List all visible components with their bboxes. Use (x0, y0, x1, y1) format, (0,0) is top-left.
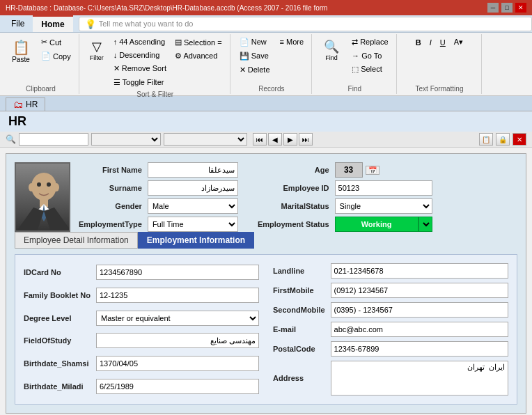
idcard-input[interactable] (96, 265, 259, 280)
marital-status-select[interactable]: Single Married (335, 198, 432, 214)
email-label: E-mail (273, 325, 325, 334)
ribbon: File Home 💡 Tell me what you want to do … (0, 15, 532, 96)
first-name-input[interactable] (148, 162, 238, 178)
records-items: 📄 New 💾 Save ✕ Delete ≡ More (236, 36, 307, 84)
filter-select[interactable] (164, 133, 247, 146)
form-container: First Name Surname Gender Male Female Em… (6, 153, 526, 414)
left-fields: First Name Surname Gender Male Female Em… (79, 162, 238, 232)
selection-button[interactable]: ▤ Selection = (171, 36, 226, 49)
records-label: Records (258, 84, 284, 93)
page-tab[interactable]: 🗂 HR (6, 97, 45, 111)
text-formatting-label: Text Formatting (416, 84, 464, 93)
photo-box (15, 162, 70, 232)
selection-col: ▤ Selection = ⚙ Advanced (171, 36, 226, 63)
tab-employment-info[interactable]: Employment Information (138, 232, 254, 249)
family-booklet-input[interactable] (96, 288, 259, 303)
first-mobile-input[interactable] (331, 283, 508, 298)
tell-me-text: Tell me what you want to do (99, 19, 194, 28)
more-button[interactable]: ≡ More (276, 36, 308, 48)
find-items: 🔍 Find ⇄ Replace → Go To ⬚ Select (318, 36, 391, 84)
font-size-button[interactable]: A▾ (451, 36, 467, 49)
degree-level-select[interactable]: Master or equivalent Bachelor PhD (96, 311, 259, 326)
age-box: 33 (335, 162, 363, 178)
emp-left-col: IDCard No Family Booklet No Degree Level… (24, 263, 259, 396)
tab-file[interactable]: File (3, 16, 33, 31)
close-button[interactable]: ✕ (515, 3, 526, 13)
page-header: 🗂 HR (0, 96, 532, 111)
filter-icon: ▽ (92, 39, 102, 54)
birthdate-shamsi-input[interactable] (96, 356, 259, 371)
marital-status-label: MaritalStatus (258, 202, 329, 210)
nav-lock-button[interactable]: 🔒 (496, 133, 510, 146)
advanced-button[interactable]: ⚙ Advanced (171, 49, 226, 63)
surname-input[interactable] (148, 180, 238, 196)
tell-me-box[interactable]: 💡 Tell me what you want to do (79, 17, 532, 31)
delete-button[interactable]: ✕ Delete (236, 63, 274, 77)
save-button[interactable]: 💾 Save (236, 49, 274, 63)
email-input[interactable] (331, 322, 508, 337)
landline-input[interactable] (331, 263, 508, 279)
employee-id-input[interactable] (335, 180, 432, 196)
employee-id-label: Employee ID (258, 184, 329, 192)
nav-next-button[interactable]: ▶ (283, 133, 297, 146)
find-button[interactable]: 🔍 Find (318, 36, 345, 65)
age-edit-button[interactable]: 📅 (366, 166, 380, 175)
maximize-button[interactable]: □ (501, 3, 513, 13)
select-button[interactable]: ⬚ Select (348, 63, 391, 76)
nav-layout-button[interactable]: 📋 (479, 133, 493, 146)
nav-prev-button[interactable]: ◀ (268, 133, 282, 146)
paste-icon: 📋 (13, 39, 30, 56)
descending-button[interactable]: ↓ Descending (110, 49, 170, 61)
nav-first-button[interactable]: ⏮ (253, 133, 267, 146)
second-mobile-input[interactable] (331, 302, 508, 318)
field-of-study-label: FieldOfStudy (24, 336, 91, 345)
filter-button[interactable]: ▽ Filter (85, 36, 109, 65)
svg-point-7 (37, 182, 41, 187)
gender-label: Gender (79, 202, 142, 210)
family-booklet-label: Family Booklet No (24, 291, 91, 299)
search-icon: 🔍 (6, 134, 16, 144)
address-textarea[interactable] (331, 361, 508, 396)
search-input[interactable] (19, 133, 88, 146)
nav-close-button[interactable]: ✕ (513, 133, 526, 146)
goto-button[interactable]: → Go To (348, 49, 391, 62)
sort-col: ↑ 44 Ascending ↓ Descending ✕ Remove Sor… (110, 36, 170, 89)
cut-copy-col: ✂ Cut 📄 Copy (38, 36, 75, 63)
first-mobile-label: FirstMobile (273, 286, 325, 295)
paste-button[interactable]: 📋 Paste (7, 36, 35, 67)
find-group: 🔍 Find ⇄ Replace → Go To ⬚ Select Find (313, 34, 396, 94)
records-col: 📄 New 💾 Save ✕ Delete (236, 36, 274, 77)
employment-type-select[interactable]: Full Time Part Time (148, 217, 238, 232)
postal-code-input[interactable] (331, 341, 508, 357)
minimize-button[interactable]: ─ (487, 3, 499, 13)
tab-employee-detail[interactable]: Employee Detail Information (15, 232, 138, 249)
employment-info-section: IDCard No Family Booklet No Degree Level… (15, 254, 517, 405)
emp-right-col: Landline FirstMobile SecondMobile E-mail… (273, 263, 508, 396)
birthdate-miladi-input[interactable] (96, 379, 259, 394)
new-button[interactable]: 📄 New (236, 36, 274, 49)
address-label: Address (273, 374, 325, 382)
age-label: Age (258, 166, 329, 174)
cut-button[interactable]: ✂ Cut (38, 36, 75, 49)
replace-button[interactable]: ⇄ Replace (348, 36, 391, 49)
nav-last-button[interactable]: ⏭ (299, 133, 313, 146)
underline-button[interactable]: U (437, 36, 449, 49)
search-select[interactable] (91, 133, 161, 146)
tab-home[interactable]: Home (33, 15, 72, 32)
bold-button[interactable]: B (412, 36, 425, 49)
italic-button[interactable]: I (426, 36, 435, 49)
gender-select[interactable]: Male Female (148, 198, 238, 214)
field-of-study-input[interactable] (96, 333, 259, 348)
sort-filter-group: ▽ Filter ↑ 44 Ascending ↓ Descending ✕ R… (81, 34, 230, 94)
sort-filter-label: Sort & Filter (136, 89, 173, 98)
remove-sort-button[interactable]: ✕ Remove Sort (110, 62, 170, 75)
birthdate-miladi-label: Birthdate_Miladi (24, 382, 91, 391)
copy-button[interactable]: 📄 Copy (38, 49, 75, 63)
records-group: 📄 New 💾 Save ✕ Delete ≡ More Records (232, 34, 312, 94)
clipboard-label: Clipboard (26, 84, 56, 93)
employment-status-label: Employment Status (258, 220, 329, 228)
record-right: Age 33 📅 Employee ID MaritalStatus Singl… (258, 162, 432, 232)
toggle-filter-button[interactable]: ☰ Toggle Filter (110, 76, 170, 89)
employment-status-select[interactable]: Working (418, 217, 432, 232)
ascending-button[interactable]: ↑ 44 Ascending (110, 36, 170, 48)
